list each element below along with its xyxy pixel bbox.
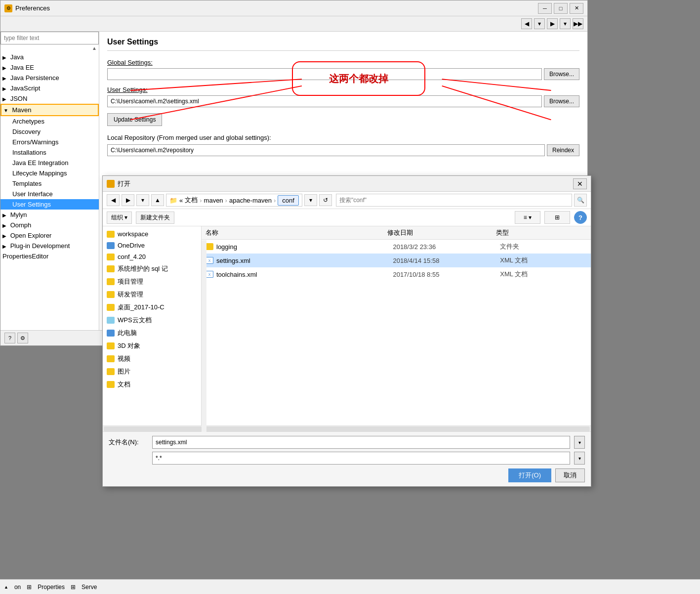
- path-part-maven[interactable]: maven: [204, 197, 223, 204]
- file-item-toolchains[interactable]: X toolchains.xml 2017/10/18 8:55 XML 文档: [202, 267, 591, 281]
- organize-btn[interactable]: 组织 ▾: [107, 212, 132, 224]
- file-item-settings[interactable]: X settings.xml 2018/4/14 15:58 XML 文档: [202, 254, 591, 267]
- left-item-label: 系统维护的 sql 记: [118, 264, 168, 273]
- dialog-title: 打开: [118, 179, 573, 188]
- sidebar-item-usersettings[interactable]: User Settings: [0, 199, 99, 210]
- search-input[interactable]: [336, 194, 572, 207]
- forward-btn[interactable]: ▶: [547, 18, 558, 29]
- more-btn[interactable]: ▶▶: [573, 18, 583, 29]
- left-item-onedrive[interactable]: OneDrive: [103, 240, 201, 251]
- sidebar-item-lifecycle[interactable]: Lifecycle Mappings: [0, 168, 99, 178]
- dropdown-btn[interactable]: ▾: [534, 18, 545, 29]
- prop-triangle: ▲: [4, 585, 8, 590]
- sidebar-item-java[interactable]: ▶ Java: [0, 52, 99, 62]
- path-part-apache[interactable]: apache-maven: [229, 197, 272, 204]
- nav-up-btn[interactable]: ▲: [151, 194, 164, 206]
- sidebar-item-javaee-integration[interactable]: Java EE Integration: [0, 158, 99, 168]
- user-browse-btn[interactable]: Browse...: [544, 95, 579, 107]
- left-item-dev[interactable]: 研发管理: [103, 288, 201, 301]
- sidebar-item-openexplorer[interactable]: ▶ Open Explorer: [0, 230, 99, 241]
- left-item-3d[interactable]: 3D 对象: [103, 339, 201, 352]
- left-item-docs[interactable]: 文档: [103, 378, 201, 391]
- help-btn[interactable]: ?: [4, 333, 15, 343]
- left-item-label: OneDrive: [118, 242, 145, 249]
- sidebar-item-errorwarnings[interactable]: Errors/Warnings: [0, 137, 99, 147]
- left-item-computer[interactable]: 此电脑: [103, 327, 201, 339]
- reindex-btn[interactable]: Reindex: [547, 144, 579, 156]
- sidebar-item-templates[interactable]: Templates: [0, 178, 99, 189]
- filename-dropdown-btn[interactable]: ▾: [574, 436, 585, 449]
- maximize-btn[interactable]: □: [554, 3, 568, 14]
- help-icon-btn[interactable]: ?: [574, 211, 587, 224]
- settings-btn[interactable]: ⚙: [17, 333, 28, 343]
- path-arrow-2: ›: [225, 197, 227, 204]
- filename-input[interactable]: [152, 436, 570, 449]
- path-part-docs[interactable]: 文档: [185, 196, 198, 205]
- page-wrapper: ⚙ Preferences ─ □ ✕ ◀ ▾ ▶ ▾ ▶▶ ▲ ▶: [0, 0, 700, 594]
- sidebar-item-plugindevelopment[interactable]: ▶ Plug-in Development: [0, 241, 99, 251]
- sidebar-item-javaee[interactable]: ▶ Java EE: [0, 62, 99, 73]
- file-date: 2018/3/2 23:36: [393, 243, 497, 251]
- left-scrollbar[interactable]: [202, 240, 206, 425]
- open-btn[interactable]: 打开(O): [508, 468, 551, 482]
- file-folder-icon: [206, 243, 213, 250]
- folder-icon: [107, 355, 115, 362]
- sidebar-item-mylyn[interactable]: ▶ Mylyn: [0, 210, 99, 220]
- scroll-indicator: ▲: [0, 44, 99, 52]
- expand-arrow: ▼: [3, 108, 8, 113]
- nav-forward-btn[interactable]: ▶: [122, 194, 134, 206]
- cancel-btn[interactable]: 取消: [555, 468, 585, 482]
- left-item-conf420[interactable]: conf_4.20: [103, 251, 201, 262]
- sidebar-item-json[interactable]: ▶ JSON: [0, 93, 99, 104]
- nav-refresh-btn[interactable]: ↺: [319, 194, 332, 206]
- servers-tab[interactable]: Serve: [82, 584, 97, 591]
- nav-back-btn[interactable]: ◀: [107, 194, 120, 206]
- left-item-desktop[interactable]: 桌面_2017-10-C: [103, 301, 201, 314]
- view-icon-btn[interactable]: ⊞: [544, 211, 570, 224]
- left-item-sql[interactable]: 系统维护的 sql 记: [103, 262, 201, 275]
- sidebar-item-maven[interactable]: ▼ Maven: [0, 104, 99, 116]
- update-settings-btn[interactable]: Update Settings: [107, 113, 162, 126]
- nav-path-dropdown[interactable]: ▾: [304, 194, 317, 206]
- sidebar-item-javapersistence[interactable]: ▶ Java Persistence: [0, 73, 99, 83]
- user-settings-input[interactable]: [107, 95, 542, 107]
- left-item-workspace[interactable]: workspace: [103, 228, 201, 240]
- sidebar-search[interactable]: [0, 32, 99, 44]
- sidebar-item-userinterface[interactable]: User Interface: [0, 189, 99, 199]
- sidebar: ▲ ▶ Java ▶ Java EE ▶ Java Persistence ▶ …: [0, 32, 99, 330]
- global-browse-btn[interactable]: Browse...: [544, 68, 579, 80]
- folder-icon: [107, 342, 115, 349]
- folder-icon: [107, 304, 115, 311]
- local-repo-input[interactable]: [107, 144, 545, 156]
- dialog-close-btn[interactable]: ✕: [573, 178, 587, 189]
- path-breadcrumb: 📁 « 文档 › maven › apache-maven › conf: [166, 194, 302, 207]
- forward-dropdown-btn[interactable]: ▾: [560, 18, 571, 29]
- sidebar-item-installations[interactable]: Installations: [0, 147, 99, 158]
- filetype-input[interactable]: [152, 452, 570, 465]
- sidebar-item-javascript[interactable]: ▶ JavaScript: [0, 83, 99, 93]
- left-item-wps[interactable]: WPS云文档: [103, 314, 201, 327]
- left-item-pictures[interactable]: 图片: [103, 365, 201, 378]
- left-item-label: 3D 对象: [118, 341, 140, 350]
- file-item-logging[interactable]: logging 2018/3/2 23:36 文件夹: [202, 240, 591, 254]
- nav-dropdown-btn[interactable]: ▾: [136, 194, 149, 206]
- sidebar-item-archetypes[interactable]: Archetypes: [0, 116, 99, 127]
- filetype-dropdown-btn[interactable]: ▾: [574, 452, 585, 465]
- sidebar-item-discovery[interactable]: Discovery: [0, 127, 99, 137]
- back-btn[interactable]: ◀: [521, 18, 532, 29]
- path-part-conf[interactable]: conf: [278, 195, 299, 206]
- global-settings-row: Browse...: [107, 68, 579, 80]
- sidebar-item-oomph[interactable]: ▶ Oomph: [0, 220, 99, 230]
- close-btn[interactable]: ✕: [570, 3, 583, 14]
- horizontal-scrollbar[interactable]: [103, 425, 591, 431]
- minimize-btn[interactable]: ─: [538, 3, 552, 14]
- search-btn[interactable]: 🔍: [574, 194, 587, 207]
- new-folder-btn[interactable]: 新建文件夹: [136, 212, 174, 224]
- expand-arrow: ▶: [2, 212, 6, 218]
- properties-tab[interactable]: Properties: [38, 584, 65, 591]
- global-settings-input[interactable]: [107, 68, 542, 80]
- left-item-video[interactable]: 视频: [103, 352, 201, 365]
- view-btn[interactable]: ≡ ▾: [515, 211, 540, 224]
- left-item-project[interactable]: 项目管理: [103, 275, 201, 288]
- sidebar-item-propertieseditor[interactable]: PropertiesEditor: [0, 251, 99, 261]
